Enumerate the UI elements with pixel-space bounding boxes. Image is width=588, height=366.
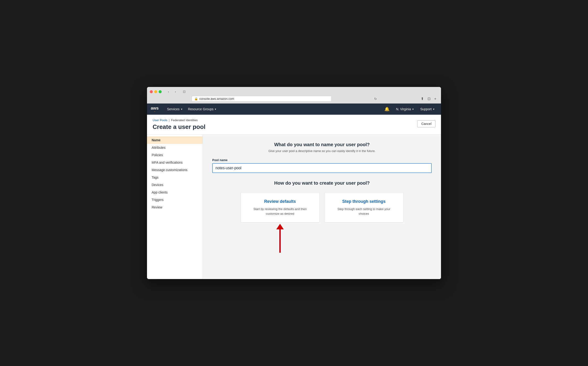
right-content-panel: What do you want to name your user pool?… <box>203 135 441 279</box>
sidebar-item-app-clients[interactable]: App clients <box>147 189 203 196</box>
review-defaults-description: Start by reviewing the defaults and then… <box>248 207 312 216</box>
breadcrumb-user-pools-link[interactable]: User Pools <box>153 118 168 122</box>
step-through-card[interactable]: Step through settings Step through each … <box>324 192 403 223</box>
pool-name-section-subtitle: Give your user pool a descriptive name s… <box>212 149 432 153</box>
sidebar-item-mfa[interactable]: MFA and verifications <box>147 159 203 166</box>
back-button[interactable]: ‹ <box>165 89 171 94</box>
tab-icon[interactable]: ⊡ <box>181 89 187 94</box>
nav-right: 🔔 N. Virginia ▾ Support ▾ <box>382 104 437 115</box>
pool-name-input[interactable] <box>212 163 432 173</box>
review-defaults-title: Review defaults <box>248 199 312 204</box>
breadcrumb-separator: | <box>169 118 170 122</box>
sidebar-item-message-customizations[interactable]: Message customizations <box>147 166 203 174</box>
address-bar[interactable]: 🔒 console.aws.amazon.com <box>192 96 332 102</box>
reload-button[interactable]: ↻ <box>374 97 377 101</box>
page-header: User Pools | Federated Identities Create… <box>147 115 441 135</box>
close-button[interactable] <box>150 90 153 93</box>
two-column-layout: Name Attributes Policies MFA and verific… <box>147 135 441 279</box>
sidebar-item-devices[interactable]: Devices <box>147 181 203 189</box>
forward-button[interactable]: › <box>172 89 179 94</box>
services-nav-item[interactable]: Services ▾ <box>164 104 185 115</box>
sidebar-item-policies[interactable]: Policies <box>147 151 203 159</box>
resource-groups-chevron-icon: ▾ <box>215 108 216 111</box>
review-defaults-card[interactable]: Review defaults Start by reviewing the d… <box>240 192 320 223</box>
main-content: User Pools | Federated Identities Create… <box>147 115 441 279</box>
arrow-body <box>279 229 281 253</box>
nav-buttons: ‹ › <box>165 89 179 94</box>
pool-name-label: Pool name <box>212 158 432 162</box>
new-tab-button[interactable]: ⊡ <box>427 96 432 101</box>
arrow-head-icon <box>276 224 284 229</box>
annotation-arrow <box>276 224 284 253</box>
support-chevron-icon: ▾ <box>433 108 434 111</box>
aws-navigation: aws ⌣ Services ▾ Resource Groups ▾ 🔔 N. … <box>147 104 441 115</box>
creation-section-title: How do you want to create your user pool… <box>212 180 432 186</box>
traffic-lights <box>150 90 162 93</box>
breadcrumb: User Pools | Federated Identities <box>153 118 206 122</box>
aws-logo-text: aws <box>151 106 159 110</box>
support-nav-item[interactable]: Support ▾ <box>417 104 437 115</box>
step-through-title: Step through settings <box>332 199 396 204</box>
browser-window: ‹ › ⊡ 🔒 console.aws.amazon.com ↻ ⬆ ⊡ + a… <box>147 87 441 279</box>
sidebar-item-triggers[interactable]: Triggers <box>147 196 203 204</box>
page-title: Create a user pool <box>153 123 206 130</box>
bell-icon[interactable]: 🔔 <box>382 104 392 115</box>
sidebar-item-attributes[interactable]: Attributes <box>147 144 203 151</box>
resource-groups-nav-item[interactable]: Resource Groups ▾ <box>185 104 219 115</box>
aws-logo-smile: ⌣ <box>154 110 155 112</box>
services-chevron-icon: ▾ <box>181 108 182 111</box>
browser-chrome: ‹ › ⊡ 🔒 console.aws.amazon.com ↻ ⬆ ⊡ + <box>147 87 441 104</box>
sidebar-item-review[interactable]: Review <box>147 204 203 211</box>
address-text: console.aws.amazon.com <box>199 97 234 100</box>
aws-logo: aws ⌣ <box>151 106 159 112</box>
pool-name-section-title: What do you want to name your user pool? <box>212 142 432 147</box>
sidebar-item-name[interactable]: Name <box>147 136 203 144</box>
cancel-button[interactable]: Cancel <box>417 120 435 127</box>
browser-titlebar: ‹ › ⊡ <box>150 89 438 94</box>
address-bar-row: 🔒 console.aws.amazon.com ↻ ⬆ ⊡ + <box>150 96 438 104</box>
add-tab-button[interactable]: + <box>433 96 437 101</box>
step-through-description: Step through each setting to make your c… <box>332 207 396 216</box>
creation-options: Review defaults Start by reviewing the d… <box>212 192 432 223</box>
lock-icon: 🔒 <box>194 97 198 100</box>
sidebar-item-tags[interactable]: Tags <box>147 174 203 181</box>
region-chevron-icon: ▾ <box>412 108 414 111</box>
share-button[interactable]: ⬆ <box>420 96 425 101</box>
region-nav-item[interactable]: N. Virginia ▾ <box>393 104 417 115</box>
browser-toolbar-right: ⬆ ⊡ + <box>420 96 437 101</box>
breadcrumb-federated-identities: Federated Identities <box>171 118 198 122</box>
page-header-left: User Pools | Federated Identities Create… <box>153 118 206 130</box>
sidebar: Name Attributes Policies MFA and verific… <box>147 135 203 279</box>
minimize-button[interactable] <box>154 90 157 93</box>
maximize-button[interactable] <box>159 90 162 93</box>
